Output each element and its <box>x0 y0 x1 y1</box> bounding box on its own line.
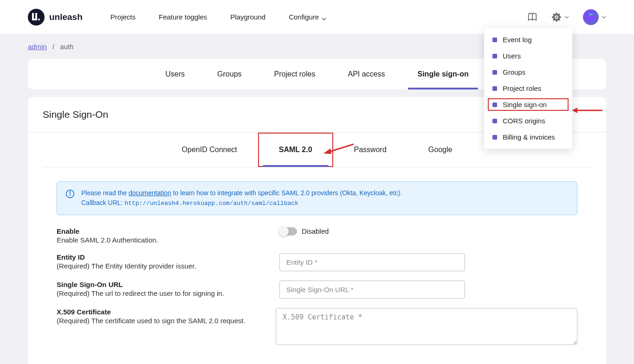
settings-icon[interactable] <box>551 12 569 22</box>
tab-project-roles[interactable]: Project roles <box>274 59 316 89</box>
breadcrumb-current: auth <box>60 43 73 51</box>
dropdown-label: Groups <box>503 68 525 76</box>
dropdown-event-log[interactable]: Event log <box>484 32 572 48</box>
brand-name: unleash <box>49 12 83 22</box>
documentation-link[interactable]: documentation <box>129 189 171 197</box>
chevron-down-icon <box>564 15 569 19</box>
nav-configure-label: Configure <box>289 13 319 21</box>
cert-title: X.509 Certificate <box>57 308 266 316</box>
sso-tab-password[interactable]: Password <box>333 133 408 167</box>
main-nav: Projects Feature toggles Playground Conf… <box>110 13 326 21</box>
dropdown-billing-invoices[interactable]: Billing & invoices <box>484 129 572 145</box>
bullet-icon <box>492 54 497 58</box>
cert-desc: (Required) The certificate used to sign … <box>57 317 266 325</box>
dropdown-label: Single sign-on <box>503 101 547 109</box>
nav-projects[interactable]: Projects <box>110 13 136 21</box>
dropdown-label: Users <box>503 52 521 60</box>
bullet-icon <box>492 135 497 140</box>
info-callout: Please read the documentation to learn h… <box>57 181 577 215</box>
svg-rect-8 <box>586 17 588 20</box>
sso-url-title: Single Sign-On URL <box>57 281 270 288</box>
chevron-down-icon <box>602 15 606 19</box>
dropdown-cors-origins[interactable]: CORS origins <box>484 113 572 129</box>
dropdown-label: Billing & invoices <box>503 133 555 141</box>
enable-toggle[interactable] <box>279 227 297 236</box>
avatar <box>583 9 599 25</box>
svg-point-12 <box>70 192 71 192</box>
info-icon <box>65 189 75 200</box>
entity-id-title: Entity ID <box>57 253 270 261</box>
enable-toggle-label: Disabled <box>302 227 329 235</box>
dropdown-single-sign-on[interactable]: Single sign-on <box>486 96 570 113</box>
tab-single-sign-on[interactable]: Single sign-on <box>417 59 468 89</box>
sso-tab-google[interactable]: Google <box>408 133 473 167</box>
svg-rect-7 <box>587 16 595 21</box>
enable-title: Enable <box>57 227 270 235</box>
svg-point-3 <box>38 19 40 20</box>
entity-id-desc: (Required) The Entity Identity provider … <box>57 262 270 270</box>
enable-desc: Enable SAML 2.0 Authentication. <box>57 236 270 244</box>
svg-rect-2 <box>32 19 37 20</box>
tab-api-access[interactable]: API access <box>348 59 385 89</box>
sso-url-row: Single Sign-On URL (Required) The url to… <box>57 281 577 299</box>
dropdown-project-roles[interactable]: Project roles <box>484 80 572 96</box>
nav-playground[interactable]: Playground <box>230 13 265 21</box>
cert-input[interactable] <box>276 308 577 345</box>
sso-tab-openid[interactable]: OpenID Connect <box>161 133 258 167</box>
topbar-right <box>527 9 606 25</box>
dropdown-label: CORS origins <box>503 117 545 125</box>
user-menu[interactable] <box>583 9 606 25</box>
dropdown-users[interactable]: Users <box>484 48 572 64</box>
tab-groups[interactable]: Groups <box>217 59 241 89</box>
logo[interactable]: unleash <box>28 9 83 26</box>
bullet-icon <box>492 119 497 123</box>
svg-rect-0 <box>32 13 34 19</box>
info-text: Please read the documentation to learn h… <box>81 188 402 208</box>
info-prefix: Please read the <box>81 189 129 197</box>
nav-configure[interactable]: Configure <box>289 13 326 21</box>
cert-row: X.509 Certificate (Required) The certifi… <box>57 308 577 347</box>
sso-url-desc: (Required) The url to redirect the user … <box>57 289 270 297</box>
callback-url: http://unleash4.herokuapp.com/auth/saml/… <box>124 200 298 207</box>
entity-id-input[interactable] <box>279 253 465 271</box>
breadcrumb-separator: / <box>52 43 54 51</box>
bullet-icon <box>492 102 497 107</box>
bullet-icon <box>492 70 497 75</box>
nav-feature-toggles[interactable]: Feature toggles <box>159 13 207 21</box>
chevron-down-icon <box>322 15 326 19</box>
dropdown-groups[interactable]: Groups <box>484 64 572 80</box>
bullet-icon <box>492 38 497 42</box>
dropdown-label: Project roles <box>503 84 541 92</box>
enable-row: Enable Enable SAML 2.0 Authentication. D… <box>57 227 577 244</box>
callback-label: Callback URL: <box>81 199 124 206</box>
breadcrumb-admin-link[interactable]: admin <box>28 43 47 51</box>
configure-dropdown: Event log Users Groups Project roles Sin… <box>484 28 572 149</box>
entity-id-row: Entity ID (Required) The Entity Identity… <box>57 253 577 271</box>
dropdown-label: Event log <box>503 36 532 44</box>
docs-icon[interactable] <box>527 12 537 22</box>
info-suffix: to learn how to integrate with specific … <box>171 189 402 197</box>
sso-url-input[interactable] <box>279 281 465 299</box>
svg-rect-1 <box>35 13 37 19</box>
tab-users[interactable]: Users <box>165 59 185 89</box>
svg-rect-6 <box>589 13 593 15</box>
sso-form-content: Please read the documentation to learn h… <box>28 167 606 364</box>
sso-tab-saml[interactable]: SAML 2.0 <box>258 133 333 167</box>
svg-rect-9 <box>594 17 595 20</box>
bullet-icon <box>492 86 497 91</box>
logo-icon <box>28 9 45 26</box>
